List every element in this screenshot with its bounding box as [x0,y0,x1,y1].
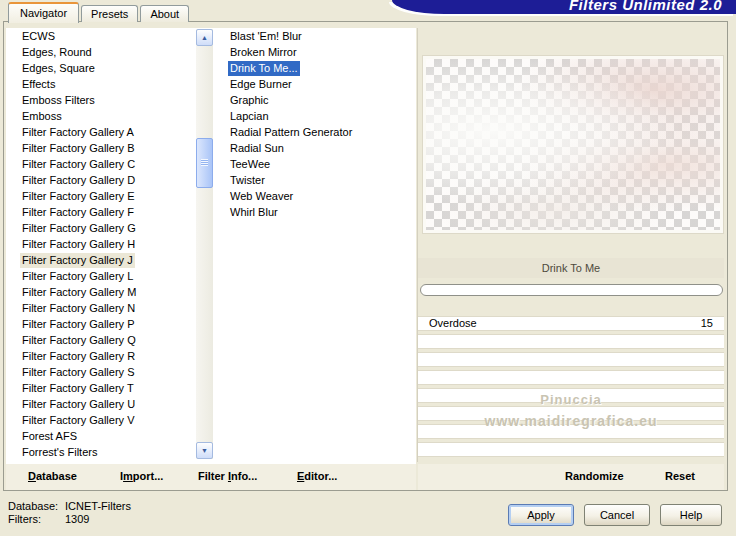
category-label: Effects [20,77,57,92]
dialog-button[interactable]: Cancel [584,504,650,526]
category-item[interactable]: Edges, Round [8,45,194,61]
filter-item[interactable]: Radial Pattern Generator [216,125,412,141]
category-item[interactable]: Filter Factory Gallery L [8,269,194,285]
filter-item[interactable]: Radial Sun [216,141,412,157]
category-label: Filter Factory Gallery H [20,237,137,252]
category-item[interactable]: Emboss [8,109,194,125]
filter-item[interactable]: TeeWee [216,157,412,173]
database-label: Database: [8,500,65,513]
category-label: Filter Factory Gallery U [20,397,137,412]
category-item[interactable]: Emboss Filters [8,93,194,109]
scroll-down-button[interactable]: ▼ [196,442,213,459]
thumb-grip-icon [201,159,208,166]
filter-item[interactable]: Twister [216,173,412,189]
filter-label: Lapcian [228,109,271,124]
category-scrollbar[interactable]: ▲ ▼ [196,29,213,459]
parameter-row[interactable] [418,352,724,367]
category-label: Forrest's Filters [20,445,99,460]
category-item[interactable]: Forest AFS [8,429,194,445]
menu-command[interactable]: Reset [665,470,695,482]
menu-command[interactable]: Import... [120,470,163,482]
filter-label: Edge Burner [228,77,294,92]
arrow-up-icon: ▲ [201,34,208,41]
arrow-down-icon: ▼ [201,447,208,454]
parameter-value: 15 [701,317,713,330]
filter-label: Twister [228,173,267,188]
filter-preview-image[interactable] [423,56,723,233]
parameter-row[interactable] [418,334,724,349]
filter-item[interactable]: Drink To Me... [216,61,412,77]
category-item[interactable]: Filter Factory Gallery C [8,157,194,173]
app-title-banner: Filters Unlimited 2.0 [392,0,736,14]
button-label: Apply [527,509,555,521]
menu-command-mnemonic: D [28,470,36,482]
scrollbar-thumb[interactable] [196,138,213,188]
category-item[interactable]: Filter Factory Gallery J [8,253,194,269]
category-item[interactable]: Filter Factory Gallery T [8,381,194,397]
category-label: Filter Factory Gallery G [20,221,138,236]
category-label: Filter Factory Gallery B [20,141,136,156]
parameter-row[interactable] [418,406,724,421]
status-area: Database:ICNET-Filters Filters:1309 [8,500,131,526]
category-item[interactable]: Filter Factory Gallery B [8,141,194,157]
parameter-row[interactable] [418,370,724,385]
filter-label: Radial Sun [228,141,286,156]
category-label: Emboss Filters [20,93,97,108]
dialog-button[interactable]: Apply [508,504,574,526]
category-item[interactable]: Filter Factory Gallery V [8,413,194,429]
category-item[interactable]: Effects [8,77,194,93]
parameter-row[interactable] [418,442,724,457]
category-item[interactable]: Filter Factory Gallery D [8,173,194,189]
category-label: Filter Factory Gallery M [20,285,138,300]
category-label: Filter Factory Gallery C [20,157,137,172]
category-item[interactable]: ECWS [8,29,194,45]
scroll-up-button[interactable]: ▲ [196,29,213,46]
filter-item[interactable]: Edge Burner [216,77,412,93]
category-item[interactable]: Edges, Square [8,61,194,77]
dialog-button[interactable]: Help [660,504,722,526]
category-list: ECWSEdges, RoundEdges, SquareEffectsEmbo… [8,29,194,461]
parameter-row[interactable] [418,388,724,403]
category-item[interactable]: Filter Factory Gallery S [8,365,194,381]
category-item[interactable]: Filter Factory Gallery R [8,349,194,365]
filter-item[interactable]: Whirl Blur [216,205,412,221]
menu-command[interactable]: Filter Info... [198,470,257,482]
menu-command-pre: Filter [198,470,228,482]
tab[interactable]: Navigator [8,2,79,23]
filter-label: Web Weaver [228,189,295,204]
progress-bar [420,284,723,296]
filters-unlimited-dialog: Filters Unlimited 2.0 NavigatorPresetsAb… [0,0,736,536]
filter-item[interactable]: Broken Mirror [216,45,412,61]
filter-item[interactable]: Blast 'Em! Blur [216,29,412,45]
filter-item[interactable]: Graphic [216,93,412,109]
parameter-rows: Overdose 15 [418,316,724,460]
filter-label: Graphic [228,93,271,108]
menu-command[interactable]: Editor... [297,470,337,482]
category-item[interactable]: Filter Factory Gallery A [8,125,194,141]
category-item[interactable]: Filter Factory Gallery Q [8,333,194,349]
filter-item[interactable]: Web Weaver [216,189,412,205]
category-item[interactable]: Filter Factory Gallery U [8,397,194,413]
category-label: Filter Factory Gallery T [20,381,136,396]
category-item[interactable]: Forrest's Filters [8,445,194,461]
menu-command-pre: Reset [665,470,695,482]
menu-command[interactable]: Randomize [565,470,624,482]
tab[interactable]: About [140,5,189,22]
category-item[interactable]: Filter Factory Gallery N [8,301,194,317]
category-item[interactable]: Filter Factory Gallery G [8,221,194,237]
category-item[interactable]: Filter Factory Gallery P [8,317,194,333]
category-item[interactable]: Filter Factory Gallery H [8,237,194,253]
tab[interactable]: Presets [81,5,138,22]
button-label: Cancel [600,509,634,521]
category-item[interactable]: Filter Factory Gallery M [8,285,194,301]
category-item[interactable]: Filter Factory Gallery F [8,205,194,221]
category-label: Filter Factory Gallery N [20,301,137,316]
category-label: ECWS [20,29,57,44]
category-label: Filter Factory Gallery J [20,253,135,268]
category-item[interactable]: Filter Factory Gallery E [8,189,194,205]
parameter-row[interactable]: Overdose 15 [418,316,724,331]
menu-command[interactable]: Database [28,470,77,482]
app-title: Filters Unlimited 2.0 [569,0,722,12]
parameter-row[interactable] [418,424,724,439]
filter-item[interactable]: Lapcian [216,109,412,125]
